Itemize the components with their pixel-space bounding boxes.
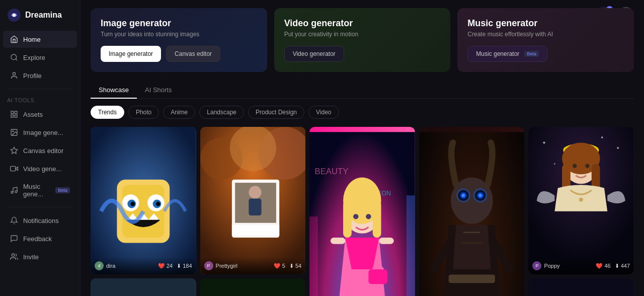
person-icon xyxy=(10,71,18,80)
grid-col-barbie: BEAUTY NEON xyxy=(309,127,415,296)
filter-video[interactable]: Video xyxy=(308,106,339,119)
svg-point-2 xyxy=(11,54,17,60)
music-gen-beta-badge: Beta xyxy=(55,187,70,193)
svg-point-68 xyxy=(451,178,493,224)
sidebar-item-canvas-label: Canvas editor xyxy=(23,147,63,155)
svg-rect-6 xyxy=(15,111,17,114)
grid-item-bottom1[interactable] xyxy=(91,278,196,296)
grid-item-bottom2[interactable] xyxy=(200,278,306,296)
sidebar-item-feedback-label: Feedback xyxy=(23,235,52,243)
grid-item-autumn[interactable]: P Prettygirl ❤️ 5 ⬇ 54 xyxy=(200,127,306,274)
assets-icon xyxy=(10,110,18,118)
grid-item-bottom5[interactable] xyxy=(528,278,634,296)
filter-product-design[interactable]: Product Design xyxy=(248,106,304,119)
image-gen-title: Image generator xyxy=(101,18,257,29)
image-overlay-angel: P Poppy ❤️ 46 ⬇ 447 xyxy=(528,257,634,274)
svg-point-33 xyxy=(229,127,276,171)
image-generator-card: Image generator Turn your ideas into stu… xyxy=(91,8,267,72)
svg-rect-60 xyxy=(369,269,388,284)
image-gen-subtitle: Turn your ideas into stunning images xyxy=(101,31,257,38)
svg-point-79 xyxy=(543,141,545,143)
image-stats-autumn: ❤️ 5 ⬇ 54 xyxy=(274,263,301,269)
grid-item-demon[interactable] xyxy=(419,127,525,296)
image-stats-angel: ❤️ 46 ⬇ 447 xyxy=(596,263,630,269)
svg-rect-52 xyxy=(343,201,352,238)
grid-item-angel[interactable]: P Poppy ❤️ 46 ⬇ 447 xyxy=(528,127,634,274)
filter-anime[interactable]: Anime xyxy=(163,106,195,119)
sidebar-item-notifications[interactable]: Notifications xyxy=(3,212,77,229)
sidebar-item-feedback[interactable]: Feedback xyxy=(3,230,77,247)
sidebar-item-image-gen[interactable]: Image gene... xyxy=(3,124,77,141)
generator-cards: Image generator Turn your ideas into stu… xyxy=(91,8,634,72)
home-icon xyxy=(10,35,18,43)
user-avatar-poppy: P xyxy=(532,261,541,270)
svg-point-89 xyxy=(586,164,590,168)
svg-rect-56 xyxy=(331,238,345,244)
svg-point-81 xyxy=(601,136,603,138)
sidebar-item-image-gen-label: Image gene... xyxy=(23,129,63,136)
filter-trends[interactable]: Trends xyxy=(91,106,124,119)
sidebar-item-explore-label: Explore xyxy=(23,54,45,61)
sidebar-item-assets[interactable]: Assets xyxy=(3,106,77,123)
showcase-tabs: Showcase AI Shorts xyxy=(91,82,634,99)
feedback-icon xyxy=(10,235,18,243)
username-poppy: Poppy xyxy=(544,263,559,269)
explore-icon xyxy=(10,53,18,61)
svg-rect-5 xyxy=(11,111,14,114)
svg-point-73 xyxy=(462,194,465,197)
grid-item-barbie[interactable]: BEAUTY NEON xyxy=(309,127,415,296)
music-gen-btn[interactable]: Music generator Beta xyxy=(467,46,547,62)
notifications-icon xyxy=(10,216,18,225)
filter-photo[interactable]: Photo xyxy=(128,106,159,119)
svg-rect-8 xyxy=(11,115,14,117)
image-barbie-bg: BEAUTY NEON xyxy=(309,127,415,296)
sidebar-item-music-gen-label: Music gene... xyxy=(23,183,48,198)
svg-point-80 xyxy=(617,147,619,149)
music-gen-title: Music generator xyxy=(467,18,624,29)
tab-showcase[interactable]: Showcase xyxy=(91,82,137,99)
username-dira: dira xyxy=(106,263,115,269)
svg-rect-49 xyxy=(407,195,415,296)
svg-point-15 xyxy=(12,254,14,256)
image-gen-buttons: Image generator Canvas editor xyxy=(101,46,257,62)
sidebar-item-home-label: Home xyxy=(23,36,41,43)
svg-point-90 xyxy=(579,197,583,201)
svg-rect-37 xyxy=(249,199,261,216)
video-gen-btn[interactable]: Video generator xyxy=(284,46,344,62)
svg-point-82 xyxy=(554,163,555,165)
filter-landscape[interactable]: Landscape xyxy=(199,106,244,119)
svg-point-24 xyxy=(131,202,135,206)
app-logo[interactable]: Dreamina xyxy=(0,6,80,30)
svg-point-1 xyxy=(13,14,16,17)
sidebar-divider-2 xyxy=(7,207,73,207)
image-bottom1-bg xyxy=(91,278,196,296)
sidebar-item-invite[interactable]: Invite xyxy=(3,248,77,265)
svg-rect-48 xyxy=(309,216,318,296)
image-bottom5-bg xyxy=(528,278,634,296)
sidebar-item-video-gen-label: Video gene... xyxy=(23,165,61,173)
music-gen-card-beta: Beta xyxy=(524,51,539,57)
video-gen-title: Video generator xyxy=(284,18,441,29)
svg-point-36 xyxy=(249,186,261,198)
svg-point-74 xyxy=(478,194,481,197)
sidebar-item-profile[interactable]: Profile xyxy=(3,67,77,84)
username-prettygirl: Prettygirl xyxy=(216,263,237,269)
sidebar-item-notifications-label: Notifications xyxy=(23,217,59,225)
music-gen-icon xyxy=(10,186,18,194)
likes-angel: ❤️ 46 xyxy=(596,263,610,269)
sidebar-item-explore[interactable]: Explore xyxy=(3,49,77,66)
canvas-editor-btn[interactable]: Canvas editor xyxy=(166,46,220,62)
sidebar-item-invite-label: Invite xyxy=(23,253,39,261)
grid-item-sponge[interactable]: d dira ❤️ 24 ⬇ 184 xyxy=(91,127,196,274)
svg-point-54 xyxy=(353,214,358,219)
image-bottom2-bg xyxy=(200,278,306,296)
sidebar-item-canvas[interactable]: Canvas editor xyxy=(3,142,77,159)
tab-ai-shorts[interactable]: AI Shorts xyxy=(137,82,180,99)
sidebar-item-video-gen[interactable]: Video gene... xyxy=(3,160,77,177)
sidebar-item-music-gen[interactable]: Music gene... Beta xyxy=(3,178,77,202)
svg-point-10 xyxy=(13,131,14,132)
likes-sponge: ❤️ 24 xyxy=(158,263,173,269)
image-gen-btn[interactable]: Image generator xyxy=(101,46,161,62)
sidebar-item-home[interactable]: Home xyxy=(3,31,77,48)
svg-rect-53 xyxy=(373,201,381,238)
